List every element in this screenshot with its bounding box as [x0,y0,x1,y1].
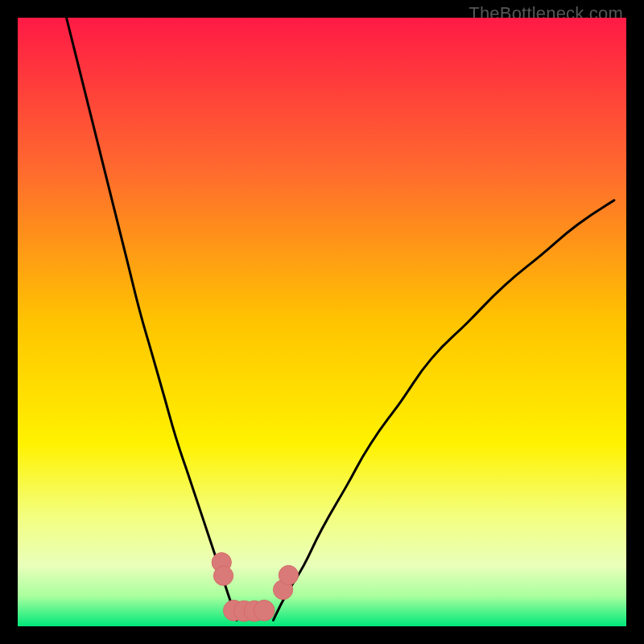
right-curve [274,200,614,621]
curves-layer [18,18,626,626]
left-curve [66,18,237,620]
data-blob [279,565,298,584]
data-blob [213,566,233,585]
chart-frame [18,18,626,626]
data-blob [254,600,275,621]
plot-area [18,18,626,626]
